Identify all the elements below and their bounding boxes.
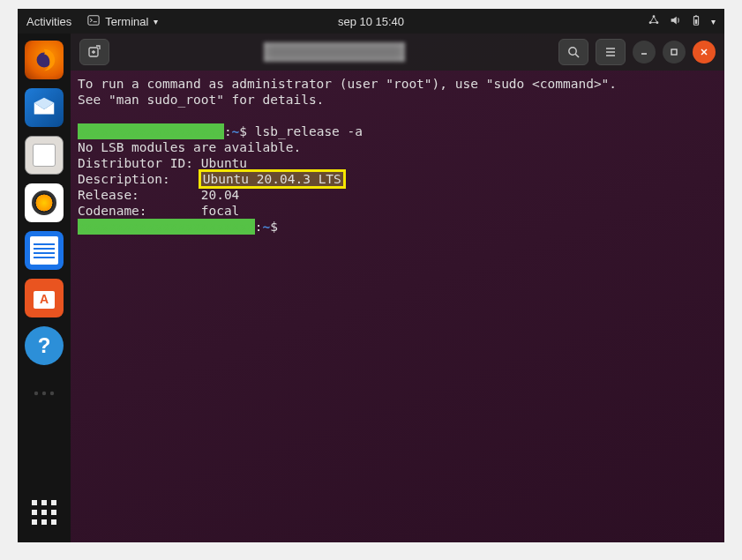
svg-point-10 — [50, 392, 54, 395]
dock-thunderbird[interactable] — [25, 88, 64, 127]
new-tab-button[interactable] — [79, 39, 109, 65]
dock: ? — [18, 34, 71, 542]
clock[interactable]: sep 10 15:40 — [338, 15, 404, 28]
dock-firefox[interactable] — [25, 41, 64, 79]
terminal-line: Description: Ubuntu 20.04.3 LTS — [78, 171, 717, 187]
hamburger-menu-button[interactable] — [596, 39, 626, 65]
terminal-prompt-line: xxxxxxxxxxxxxxxxxxx:~$ lsb_release -a — [78, 123, 717, 139]
chevron-down-icon[interactable]: ▾ — [711, 17, 716, 26]
terminal-line: To run a command as administrator (user … — [78, 76, 717, 92]
show-applications-button[interactable] — [25, 493, 64, 532]
top-bar: Activities Terminal ▾ sep 10 15:40 ▾ — [18, 9, 724, 34]
dock-overflow-icon — [25, 374, 64, 413]
dock-libreoffice-writer[interactable] — [25, 231, 64, 270]
terminal-window: To run a command as administrator (user … — [71, 34, 724, 542]
svg-rect-0 — [88, 15, 99, 25]
redacted-user-host: xxxxxxxxxxxxxxxxxxx — [78, 123, 224, 139]
terminal-line: Release: 20.04 — [78, 187, 717, 203]
minimize-button[interactable] — [633, 41, 656, 63]
terminal-line: See "man sudo_root" for details. — [78, 92, 717, 108]
network-icon[interactable] — [648, 14, 660, 29]
svg-rect-6 — [695, 19, 698, 24]
terminal-icon — [87, 14, 100, 29]
dock-rhythmbox[interactable] — [25, 183, 64, 222]
app-menu[interactable]: Terminal ▾ — [87, 14, 158, 29]
command-text: lsb_release -a — [255, 124, 363, 138]
app-menu-label: Terminal — [105, 15, 148, 28]
dock-files[interactable] — [25, 136, 64, 175]
window-title — [116, 42, 551, 62]
terminal-output[interactable]: To run a command as administrator (user … — [71, 71, 724, 240]
chevron-down-icon: ▾ — [154, 17, 158, 26]
redacted-user-host: xxxxxxxxxxxxxxxxxxxxxxx — [78, 219, 255, 235]
terminal-headerbar — [71, 34, 724, 71]
close-button[interactable] — [693, 41, 716, 63]
dock-ubuntu-software[interactable] — [25, 279, 64, 317]
svg-point-9 — [42, 392, 46, 395]
activities-button[interactable]: Activities — [26, 15, 71, 28]
search-button[interactable] — [558, 39, 588, 65]
dock-help[interactable]: ? — [25, 326, 64, 365]
terminal-prompt-line: xxxxxxxxxxxxxxxxxxxxxxx:~$ — [78, 219, 717, 235]
terminal-line: Distributor ID: Ubuntu — [78, 155, 717, 171]
battery-icon[interactable] — [690, 14, 702, 29]
terminal-line — [78, 108, 717, 123]
highlighted-value: Ubuntu 20.04.3 LTS — [201, 172, 343, 186]
svg-point-12 — [569, 48, 576, 55]
svg-rect-13 — [671, 49, 677, 55]
svg-point-8 — [34, 392, 38, 395]
terminal-line: Codename: focal — [78, 203, 717, 219]
svg-rect-5 — [695, 15, 697, 16]
maximize-button[interactable] — [663, 41, 686, 63]
volume-icon[interactable] — [669, 14, 681, 29]
terminal-line: No LSB modules are available. — [78, 139, 717, 155]
